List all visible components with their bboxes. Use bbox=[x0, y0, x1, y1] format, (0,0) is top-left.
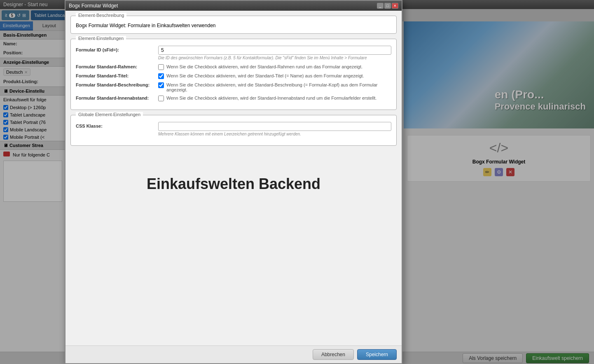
standard-titel-checkbox[interactable] bbox=[158, 73, 164, 79]
standard-titel-desc: Wenn Sie die Checkbox aktivieren, wird d… bbox=[166, 73, 391, 78]
standard-innenabstand-label: Formular Standard-Innenabstand: bbox=[76, 96, 156, 100]
section-global-einstellungen: Globale Element-Einstellungen CSS Klasse… bbox=[70, 115, 397, 146]
modal-minimize-button[interactable]: _ bbox=[377, 3, 384, 9]
standard-beschreibung-row: Formular Standard-Beschreibung: Wenn Sie… bbox=[76, 82, 391, 92]
modal-content: Element-Beschreibung Bogx Formular Widge… bbox=[65, 11, 402, 345]
section-global-content: CSS Klasse: Mehrere Klassen können mit e… bbox=[71, 115, 396, 145]
modal-title: Bogx Formular Widget bbox=[69, 3, 118, 9]
standard-rahmen-checkbox[interactable] bbox=[158, 64, 164, 70]
standard-titel-row: Formular Standard-Titel: Wenn Sie die Ch… bbox=[76, 73, 391, 79]
section-einstellungen-content: Formular ID (sFid=): Die ID des gewünsch… bbox=[71, 39, 396, 110]
css-klasse-label: CSS Klasse: bbox=[76, 122, 158, 128]
standard-titel-label: Formular Standard-Titel: bbox=[76, 73, 156, 78]
modal-dialog: Bogx Formular Widget _ □ ✕ Element-Besch… bbox=[65, 0, 402, 364]
modal-center-text: Einkaufswelten Backend bbox=[70, 151, 397, 217]
beschreibung-text: Bogx Formular Widget: Formulare in Einka… bbox=[76, 23, 215, 28]
modal-titlebar-buttons: _ □ ✕ bbox=[377, 3, 398, 9]
standard-innenabstand-desc: Wenn Sie die Checkbock aktivieren, wird … bbox=[166, 96, 391, 100]
formular-id-field: Die ID des gewünschten Formulars (z.B. 5… bbox=[158, 46, 391, 60]
modal-titlebar: Bogx Formular Widget _ □ ✕ bbox=[65, 1, 402, 11]
modal-close-button[interactable]: ✕ bbox=[392, 3, 398, 9]
standard-rahmen-row: Formular Standard-Rahmen: Wenn Sie die C… bbox=[76, 64, 391, 70]
standard-beschreibung-label: Formular Standard-Beschreibung: bbox=[76, 82, 156, 87]
css-klasse-field: Mehrere Klassen können mit einem Leerzei… bbox=[158, 122, 391, 136]
section-element-einstellungen: Element-Einstellungen Formular ID (sFid=… bbox=[70, 39, 397, 110]
section-element-beschreibung: Element-Beschreibung Bogx Formular Widge… bbox=[70, 16, 397, 34]
formular-id-label: Formular ID (sFid=): bbox=[76, 46, 158, 52]
css-klasse-row: CSS Klasse: Mehrere Klassen können mit e… bbox=[76, 122, 391, 136]
formular-id-row: Formular ID (sFid=): Die ID des gewünsch… bbox=[76, 46, 391, 60]
standard-innenabstand-checkbox[interactable] bbox=[158, 96, 164, 101]
section-beschreibung-content: Bogx Formular Widget: Formulare in Einka… bbox=[71, 16, 396, 33]
section-beschreibung-title: Element-Beschreibung bbox=[76, 13, 126, 18]
standard-beschreibung-checkbox[interactable] bbox=[158, 82, 164, 88]
modal-save-button[interactable]: Speichern bbox=[357, 349, 397, 360]
css-klasse-input[interactable] bbox=[158, 122, 391, 131]
modal-footer: Abbrechen Speichern bbox=[65, 345, 402, 363]
standard-innenabstand-row: Formular Standard-Innenabstand: Wenn Sie… bbox=[76, 96, 391, 101]
standard-rahmen-label: Formular Standard-Rahmen: bbox=[76, 64, 156, 69]
modal-cancel-button[interactable]: Abbrechen bbox=[313, 349, 354, 360]
standard-rahmen-desc: Wenn Sie die Checkbock aktivieren, wird … bbox=[166, 64, 391, 69]
formular-id-input[interactable] bbox=[158, 46, 391, 55]
standard-beschreibung-desc: Wenn Sie die Checkbox aktivieren, wird d… bbox=[166, 82, 391, 92]
css-klasse-hint: Mehrere Klassen können mit einem Leerzei… bbox=[158, 132, 391, 136]
section-einstellungen-title: Element-Einstellungen bbox=[76, 36, 126, 41]
section-global-title: Globale Element-Einstellungen bbox=[76, 112, 143, 117]
formular-id-hint: Die ID des gewünschten Formulars (z.B. 5… bbox=[158, 56, 391, 60]
modal-maximize-button[interactable]: □ bbox=[384, 3, 391, 9]
